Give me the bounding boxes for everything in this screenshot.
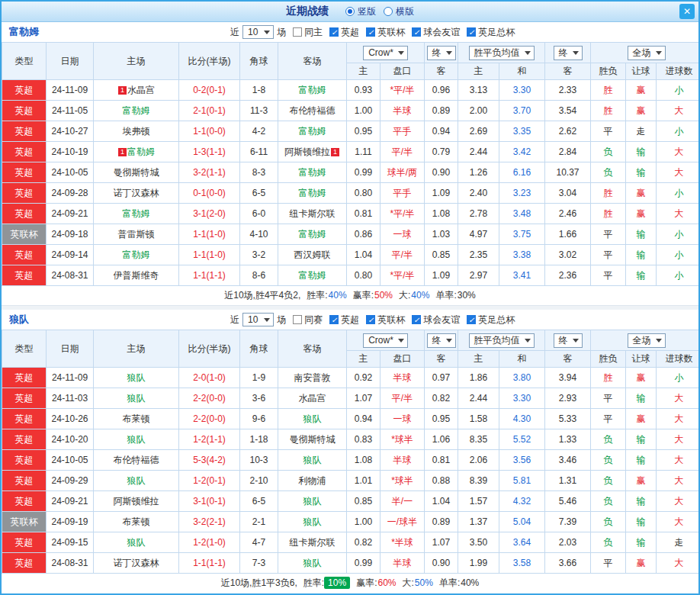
score: 1-2(1-0)	[179, 532, 240, 553]
away-team: 富勒姆	[278, 183, 347, 204]
corners: 9-6	[240, 409, 278, 429]
mean-home: 3.50	[458, 532, 499, 553]
score: 0-1(0-0)	[179, 183, 240, 204]
checkbox-same-filter[interactable]: 同主	[293, 26, 323, 39]
odds-home: 1.08	[347, 450, 381, 471]
odds-away: 0.82	[425, 388, 458, 409]
match-date: 24-09-19	[47, 512, 94, 532]
period-select[interactable]: 全场	[628, 333, 666, 348]
result: 胜	[591, 80, 626, 101]
mean-final-select[interactable]: 终	[554, 333, 583, 348]
checkbox-same-filter[interactable]: 同赛	[293, 314, 323, 326]
home-team: 狼队	[94, 388, 179, 409]
team-label: 阿斯顿维拉	[114, 496, 159, 507]
games-label: 场	[277, 314, 286, 326]
home-team: 狼队	[94, 532, 179, 553]
match-row: 英超24-09-29狼队1-2(0-1)2-10利物浦1.01*球半0.888.…	[2, 471, 700, 491]
result: 负	[591, 532, 626, 553]
col-goals: 进球数	[657, 351, 700, 368]
odds-company-select[interactable]: Crow*	[363, 333, 408, 348]
away-team: 布伦特福德	[278, 101, 347, 121]
period-select[interactable]: 全场	[628, 46, 666, 60]
handicap-result: 输	[626, 162, 657, 183]
match-count-select[interactable]: 10	[242, 25, 274, 39]
handicap-result: 赢	[626, 204, 657, 224]
team-label: 富勒姆	[123, 208, 150, 219]
team-label: 西汉姆联	[294, 249, 331, 260]
match-row: 英超24-10-191富勒姆1-3(1-1)6-11阿斯顿维拉11.11平/半0…	[2, 142, 700, 162]
match-date: 24-08-31	[47, 553, 94, 574]
odd-rate: 单率:40%	[439, 577, 479, 590]
mean-type-select[interactable]: 胜平负均值	[469, 333, 535, 348]
home-team: 普雷斯顿	[94, 224, 179, 245]
mean-home: 2.44	[458, 142, 499, 162]
goals-result: 小	[657, 265, 700, 286]
goals-result: 大	[657, 101, 700, 121]
checkbox-league-friendly[interactable]: 球会友谊	[412, 26, 460, 39]
score: 1-2(1-1)	[179, 429, 240, 450]
away-team: 西汉姆联	[278, 245, 347, 265]
odds-company-select[interactable]: Crow*	[363, 46, 408, 60]
corners: 4-2	[240, 121, 278, 142]
radio-horizontal-layout[interactable]: 横版	[384, 5, 414, 18]
checkbox-league-friendly[interactable]: 球会友谊	[412, 314, 460, 326]
col-type: 类型	[2, 330, 47, 368]
goals-result: 大	[657, 450, 700, 471]
mean-draw: 3.35	[499, 121, 545, 142]
checkbox-league-cup[interactable]: 英联杯	[366, 26, 405, 39]
team-section: 富勒姆 近 10 场 同主 英超 英联杯	[2, 22, 698, 305]
mean-type-select[interactable]: 胜平负均值	[469, 46, 535, 60]
score: 2-0(1-0)	[179, 368, 240, 388]
match-date: 24-10-27	[47, 121, 94, 142]
big-rate: 大:50%	[403, 577, 433, 590]
match-count-select[interactable]: 10	[242, 313, 274, 326]
handicap: 半球	[381, 368, 425, 388]
league-badge: 英超	[2, 142, 47, 162]
col-home: 主场	[94, 330, 179, 368]
chevron-down-icon	[525, 51, 531, 55]
checkbox-league-epl[interactable]: 英超	[329, 26, 359, 39]
match-row: 英超24-10-26布莱顿2-2(0-0)9-6狼队0.94一球0.951.58…	[2, 409, 700, 429]
chevron-down-icon	[398, 51, 404, 55]
result: 平	[591, 224, 626, 245]
odds-away: 0.81	[425, 450, 458, 471]
checkbox-league-facup[interactable]: 英足总杯	[467, 314, 515, 326]
near-label: 近	[230, 314, 239, 326]
checkbox-league-epl[interactable]: 英超	[329, 314, 359, 326]
odds-home: 0.80	[347, 265, 381, 286]
handicap: *平/半	[381, 204, 425, 224]
away-team: 富勒姆	[278, 162, 347, 183]
col-odds-away: 客	[425, 351, 458, 368]
score: 3-2(2-1)	[179, 512, 240, 532]
chevron-down-icon	[656, 339, 662, 343]
league-badge: 英超	[2, 429, 47, 450]
mean-draw: 5.81	[499, 471, 545, 491]
checkbox-icon	[366, 315, 375, 324]
odds-away: 0.96	[425, 80, 458, 101]
mean-away: 2.93	[545, 388, 591, 409]
mean-draw: 3.38	[499, 245, 545, 265]
col-mean-draw: 和	[499, 351, 545, 368]
checkbox-league-facup[interactable]: 英足总杯	[467, 26, 515, 39]
close-icon[interactable]: ✕	[679, 4, 695, 19]
result: 负	[591, 491, 626, 512]
chevron-down-icon	[656, 51, 662, 55]
mean-draw: 3.56	[499, 450, 545, 471]
goals-result: 大	[657, 471, 700, 491]
corners: 10-3	[240, 450, 278, 471]
league-badge: 英超	[2, 532, 47, 553]
mean-final-select[interactable]: 终	[554, 46, 583, 60]
corners: 6-11	[240, 142, 278, 162]
odds-final-select[interactable]: 终	[427, 333, 456, 348]
goals-result: 大	[657, 429, 700, 450]
away-team: 水晶宫	[278, 388, 347, 409]
radio-vertical-layout[interactable]: 竖版	[345, 5, 376, 18]
goals-result: 小	[657, 245, 700, 265]
score: 1-1(1-0)	[179, 224, 240, 245]
league-badge: 英超	[2, 204, 47, 224]
handicap-result: 赢	[626, 80, 657, 101]
result: 负	[591, 450, 626, 471]
team-label: 曼彻斯特城	[114, 167, 159, 178]
checkbox-league-cup[interactable]: 英联杯	[366, 314, 405, 326]
odds-final-select[interactable]: 终	[427, 46, 456, 60]
